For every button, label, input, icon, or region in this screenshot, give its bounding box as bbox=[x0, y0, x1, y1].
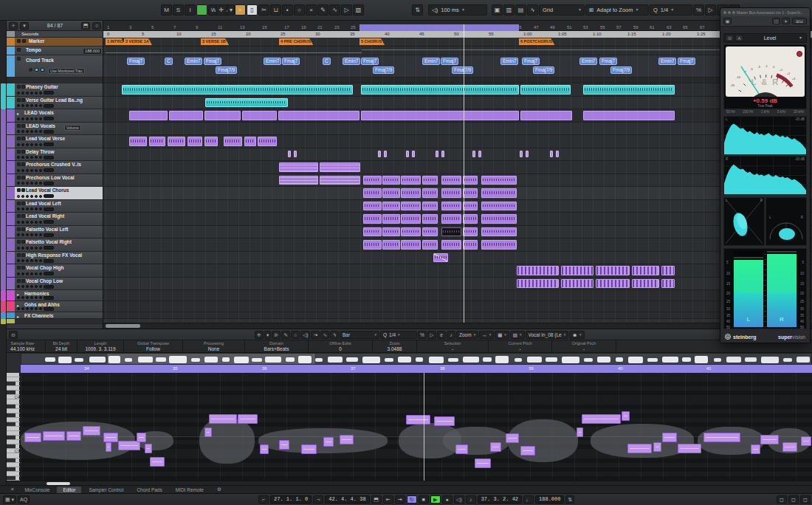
window-zoom-icon[interactable] bbox=[732, 11, 735, 14]
monitor-pill[interactable] bbox=[44, 307, 54, 311]
chord-monitor-icon[interactable] bbox=[29, 68, 32, 72]
control-knob[interactable] bbox=[21, 169, 24, 172]
variaudio-segment[interactable] bbox=[582, 414, 621, 424]
control-knob[interactable] bbox=[39, 104, 42, 107]
control-knob[interactable] bbox=[30, 143, 33, 146]
control-knob[interactable] bbox=[21, 221, 24, 224]
editor-draw-icon[interactable]: ✎ bbox=[281, 331, 290, 339]
tool-erase[interactable]: ▪ bbox=[282, 4, 293, 16]
control-knob[interactable] bbox=[39, 117, 42, 120]
autoscroll-time-dropdown[interactable]: ◁) 100 ms ▾ bbox=[428, 4, 487, 16]
monitor-pill[interactable] bbox=[44, 272, 54, 275]
control-knob[interactable] bbox=[21, 259, 24, 262]
control-knob[interactable] bbox=[30, 182, 33, 185]
control-knob[interactable] bbox=[30, 92, 33, 95]
control-knob[interactable] bbox=[35, 182, 38, 185]
control-knob[interactable] bbox=[30, 233, 33, 236]
automation-param-chip[interactable]: Volume bbox=[64, 125, 81, 131]
control-knob[interactable] bbox=[26, 104, 29, 107]
monitor-pill[interactable] bbox=[44, 130, 54, 134]
editor-snap-icon[interactable]: ϟ bbox=[330, 331, 339, 339]
control-knob[interactable] bbox=[17, 143, 20, 146]
track-presets-icon[interactable]: ▾ bbox=[20, 22, 29, 30]
control-knob[interactable] bbox=[35, 117, 38, 120]
control-knob[interactable] bbox=[17, 221, 20, 224]
control-knob[interactable] bbox=[35, 233, 38, 236]
preroll-speaker-icon[interactable]: ◁) bbox=[454, 495, 464, 504]
control-knob[interactable] bbox=[26, 221, 29, 224]
control-knob[interactable] bbox=[39, 247, 42, 250]
control-knob[interactable] bbox=[21, 92, 24, 95]
track-row-chord-track[interactable]: Chord TrackUse Monitored Trac bbox=[7, 55, 103, 78]
solo-button[interactable] bbox=[21, 253, 25, 257]
control-knob[interactable] bbox=[21, 195, 24, 198]
control-knob[interactable] bbox=[39, 156, 42, 159]
tool-glue[interactable]: ⊔ bbox=[270, 4, 281, 16]
grid-mode-dropdown[interactable]: ⊞ Adapt to Zoom▾ bbox=[585, 4, 649, 16]
monitor-pill[interactable] bbox=[44, 117, 54, 120]
variaudio-segment[interactable] bbox=[279, 440, 289, 450]
control-knob[interactable] bbox=[21, 233, 24, 236]
control-knob[interactable] bbox=[26, 307, 29, 310]
plugin-title-bar[interactable]: Master Bus Automation Ins 1 - SuperVi... bbox=[720, 8, 810, 16]
control-knob[interactable] bbox=[30, 169, 33, 172]
tab-midi-remote[interactable]: MIDI Remote bbox=[170, 487, 210, 493]
track-row-prechorus-crushed-v-ls[interactable]: Prechorus Crushed V..ls bbox=[7, 161, 103, 174]
control-knob[interactable] bbox=[35, 296, 38, 299]
editor-part-dropdown[interactable]: Vocal In_08 (Le▾ bbox=[526, 331, 569, 339]
monitor-pill[interactable] bbox=[44, 246, 54, 250]
folder-icon[interactable]: ▸ bbox=[17, 111, 19, 116]
tab-mixconsole[interactable]: MixConsole bbox=[18, 487, 55, 493]
track-row-high-response-fx-vocal[interactable]: High Response FX Vocal bbox=[7, 252, 103, 265]
control-knob[interactable] bbox=[26, 156, 29, 159]
auto-scroll-icon[interactable]: ✛ bbox=[216, 4, 227, 16]
tempo-activate-icon[interactable] bbox=[17, 48, 21, 52]
control-knob[interactable] bbox=[30, 195, 33, 198]
track-row-falsetto-vocal-right[interactable]: Falsetto Vocal Right bbox=[7, 238, 103, 252]
tempo-value[interactable]: 188.000 bbox=[535, 495, 564, 504]
control-knob[interactable] bbox=[26, 130, 29, 133]
editor-autoscroll-caret[interactable]: ▾ bbox=[264, 331, 271, 339]
control-knob[interactable] bbox=[26, 233, 29, 236]
window-minimize-icon[interactable] bbox=[728, 11, 731, 14]
control-knob[interactable] bbox=[26, 285, 29, 288]
solo-button[interactable] bbox=[21, 150, 25, 154]
track-row-stub[interactable] bbox=[7, 319, 103, 324]
control-knob[interactable] bbox=[35, 169, 38, 172]
mute-button[interactable] bbox=[17, 162, 21, 166]
punch-in-icon[interactable]: ▥ bbox=[503, 4, 515, 16]
solo-button[interactable] bbox=[21, 176, 25, 179]
track-row-lead-vocal-verse[interactable]: Lead Vocal Verse bbox=[7, 135, 103, 148]
control-knob[interactable] bbox=[21, 156, 24, 159]
editor-varihead-dropdown[interactable]: ☻▾ bbox=[569, 331, 584, 339]
mute-button[interactable] bbox=[17, 188, 21, 192]
insert-icon[interactable]: ▣ bbox=[492, 4, 503, 16]
editor-panel-icon[interactable]: e bbox=[437, 331, 446, 339]
tool-draw[interactable]: ✎ bbox=[317, 4, 328, 16]
close-lower-zone-icon[interactable]: ✕ bbox=[7, 486, 17, 493]
search-tracks-icon[interactable]: ○ bbox=[92, 22, 101, 30]
editor-view-dropdown[interactable]: ▦▾ bbox=[495, 331, 509, 339]
tempo-value[interactable]: 188.000 bbox=[83, 48, 102, 55]
editor-zoom-dropdown[interactable]: Zoom▾ bbox=[456, 331, 478, 339]
click-icon[interactable]: ♪ bbox=[466, 495, 476, 504]
track-row-marker[interactable]: Marker bbox=[7, 38, 103, 47]
monitor-pill[interactable] bbox=[44, 296, 54, 300]
control-knob[interactable] bbox=[26, 207, 29, 210]
control-knob[interactable] bbox=[21, 272, 24, 275]
solo-button[interactable] bbox=[21, 227, 25, 231]
folder-icon[interactable]: ▸ bbox=[17, 314, 19, 319]
control-knob[interactable] bbox=[26, 92, 29, 95]
control-knob[interactable] bbox=[17, 307, 20, 310]
editor-playhead[interactable] bbox=[424, 373, 424, 481]
variaudio-segment[interactable] bbox=[506, 433, 519, 443]
variaudio-segment[interactable] bbox=[145, 444, 152, 453]
editor-canvas[interactable]: C4C3 bbox=[0, 373, 812, 481]
monitor-pill[interactable] bbox=[44, 194, 54, 198]
control-knob[interactable] bbox=[17, 130, 20, 133]
variaudio-segment[interactable] bbox=[653, 442, 661, 452]
control-knob[interactable] bbox=[30, 104, 33, 107]
track-row-lead-vocals[interactable]: LEAD Vocals▸ bbox=[7, 109, 103, 123]
monitor-pill[interactable] bbox=[44, 233, 54, 237]
monitor-pill[interactable] bbox=[44, 142, 54, 146]
